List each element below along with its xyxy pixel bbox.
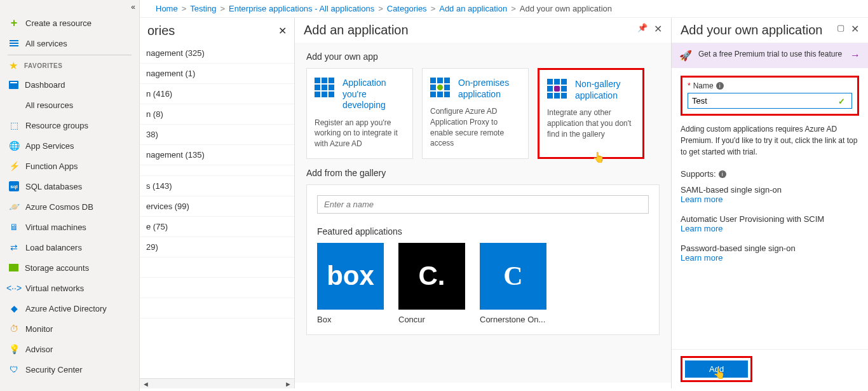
sidebar-item-functionapps[interactable]: ⚡Function Apps (0, 156, 139, 176)
category-row[interactable]: nagement (135) (140, 145, 294, 165)
ownapp-section-title: Add your own app (306, 51, 660, 62)
hamburger-icon (9, 38, 19, 48)
sidebar-item-monitor[interactable]: ⏱Monitor (0, 319, 139, 339)
lb-icon: ⇄ (9, 242, 19, 252)
category-row[interactable] (140, 257, 294, 278)
help-text: Adding custom applications requires Azur… (681, 123, 859, 158)
category-row[interactable]: ervices (99) (140, 196, 294, 217)
all-services[interactable]: All services (0, 33, 139, 53)
tile-app-developing[interactable]: Application you're developing Register a… (306, 68, 413, 159)
maximize-icon[interactable]: ▢ (837, 23, 844, 35)
supports-label: Supports: i (681, 169, 859, 179)
tile-nongallery[interactable]: Non-gallery application Integrate any ot… (538, 68, 644, 159)
featured-cornerstone[interactable]: C Cornerstone On... (480, 243, 550, 324)
promo-arrow-icon: → (850, 50, 860, 61)
sidebar-item-cosmosdb[interactable]: 🪐Azure Cosmos DB (0, 196, 139, 217)
dashboard-icon (9, 81, 18, 89)
sidebar-item-dashboard[interactable]: Dashboard (0, 74, 139, 95)
security-icon: 🛡 (9, 364, 19, 374)
functionapps-icon: ⚡ (9, 161, 19, 171)
breadcrumb-categories[interactable]: Categories (387, 4, 427, 13)
info-icon[interactable]: i (716, 82, 724, 90)
advisor-icon: 💡 (9, 344, 19, 354)
sidebar-item-sqldatabases[interactable]: sqlSQL databases (0, 176, 139, 196)
sidebar-item-azuread[interactable]: ◆Azure Active Directory (0, 298, 139, 319)
breadcrumb-testing[interactable]: Testing (190, 4, 216, 13)
create-resource-label: Create a resource (25, 18, 92, 28)
app-dev-icon (315, 78, 336, 99)
sidebar-item-allresources[interactable]: All resources (0, 95, 139, 115)
category-row[interactable]: 29) (140, 237, 294, 257)
category-row[interactable] (140, 298, 294, 319)
ownapp-close[interactable]: ✕ (851, 23, 859, 35)
support-saml: SAML-based single sign-on Learn more (681, 185, 859, 204)
rocket-icon: 🚀 (679, 50, 692, 62)
aad-icon: ◆ (9, 303, 19, 313)
category-row[interactable]: n (416) (140, 84, 294, 104)
sidebar-item-resourcegroups[interactable]: ⬚Resource groups (0, 115, 139, 135)
breadcrumb-current: Add your own application (520, 4, 612, 13)
all-services-label: All services (25, 39, 67, 48)
sidebar-item-loadbalancers[interactable]: ⇄Load balancers (0, 237, 139, 257)
category-row[interactable]: 38) (140, 125, 294, 145)
addapp-close[interactable]: ✕ (654, 23, 662, 35)
sidebar-item-securitycenter[interactable]: 🛡Security Center (0, 359, 139, 380)
category-row[interactable]: n (8) (140, 104, 294, 125)
plus-icon: + (9, 18, 19, 28)
allresources-icon (9, 100, 19, 110)
category-row[interactable]: s (143) (140, 176, 294, 196)
addapp-blade: Add an application 📌 ✕ Add your own app … (295, 18, 672, 388)
info-icon[interactable]: i (719, 170, 726, 178)
tile-onprem[interactable]: On-premises application Configure Azure … (422, 68, 529, 159)
onprem-icon (430, 78, 452, 99)
learnmore-saml[interactable]: Learn more (681, 195, 859, 204)
category-row[interactable] (140, 278, 294, 298)
checkmark-icon: ✓ (838, 96, 845, 106)
sql-icon: sql (9, 181, 19, 191)
sidebar-item-appservices[interactable]: 🌐App Services (0, 135, 139, 156)
nongallery-icon (547, 79, 569, 100)
categories-close[interactable]: ✕ (278, 25, 287, 37)
ownapp-blade: Add your own application ▢ ✕ 🚀 Get a fre… (672, 18, 868, 388)
breadcrumb-home[interactable]: Home (156, 4, 178, 13)
category-row[interactable]: nagement (1) (140, 64, 294, 84)
box-art: box (317, 243, 384, 310)
star-icon: ★ (9, 60, 19, 71)
category-row[interactable]: nagement (325) (140, 43, 294, 64)
storage-icon (9, 264, 18, 271)
categories-blade: ories ✕ nagement (325) nagement (1) n (4… (140, 18, 295, 388)
cosmos-icon: 🪐 (9, 202, 19, 212)
gallery-search-input[interactable] (317, 195, 649, 214)
collapse-sidebar[interactable]: « (0, 1, 139, 13)
learnmore-password[interactable]: Learn more (681, 253, 859, 263)
name-input[interactable] (692, 96, 836, 106)
sidebar: « + Create a resource All services ★ FAV… (0, 0, 140, 391)
sidebar-item-storageaccounts[interactable]: Storage accounts (0, 257, 139, 278)
breadcrumb-entapps[interactable]: Enterprise applications - All applicatio… (229, 4, 374, 13)
create-resource[interactable]: + Create a resource (0, 13, 139, 33)
categories-hscroll[interactable]: ◄► (140, 378, 294, 388)
ownapp-title: Add your own application (681, 23, 822, 38)
featured-concur[interactable]: C. Concur (398, 243, 468, 324)
sidebar-item-virtualnetworks[interactable]: <··>Virtual networks (0, 278, 139, 298)
categories-list: nagement (325) nagement (1) n (416) n (8… (140, 43, 294, 319)
premium-promo[interactable]: 🚀 Get a free Premium trial to use this f… (672, 43, 868, 68)
learnmore-scim[interactable]: Learn more (681, 224, 859, 233)
sidebar-item-advisor[interactable]: 💡Advisor (0, 339, 139, 359)
pin-icon[interactable]: 📌 (637, 23, 648, 35)
addapp-title: Add an application (304, 23, 409, 38)
concur-art: C. (398, 243, 465, 310)
gallery-section-title: Add from the gallery (306, 168, 660, 178)
name-label: * Name i (688, 81, 852, 90)
category-row[interactable]: e (75) (140, 217, 294, 237)
monitor-icon: ⏱ (9, 324, 19, 334)
sidebar-item-virtualmachines[interactable]: 🖥Virtual machines (0, 217, 139, 237)
add-button[interactable]: Add (685, 360, 748, 378)
featured-box[interactable]: box Box (317, 243, 387, 324)
breadcrumb-addapp[interactable]: Add an application (439, 4, 507, 13)
favorites-header: ★ FAVORITES (0, 57, 139, 74)
cornerstone-art: C (480, 243, 546, 310)
support-password: Password-based single sign-on Learn more (681, 244, 859, 263)
category-row[interactable] (140, 165, 294, 176)
vm-icon: 🖥 (9, 222, 19, 232)
